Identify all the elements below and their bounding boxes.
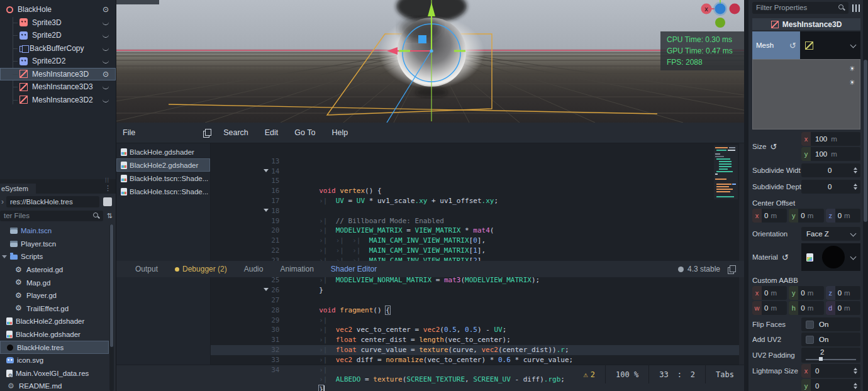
file-list-item[interactable]: BlackHole2.gdshader [0,315,109,328]
spinner-arrows-icon[interactable] [854,184,857,190]
scene-tree-row[interactable]: MeshInstance3D2 [0,94,116,107]
chevron-down-icon[interactable] [850,43,855,48]
aabb-z-field[interactable]: z0m [826,286,860,300]
revert-icon[interactable]: ↺ [770,142,777,151]
visibility-toggle-icon[interactable] [101,58,111,64]
filesystem-scrollbar[interactable] [109,224,114,391]
visibility-toggle-icon[interactable] [101,97,111,103]
code-line[interactable]: 15 [211,167,744,177]
code-line[interactable]: 14 ›|UV = UV * uv1_scale.xy + uv1_offset… [211,157,744,167]
lightmap-size-x-spinner[interactable]: x 0 [801,364,860,378]
bottom-panel-tab[interactable]: Debugger (2) [175,265,227,273]
file-list-item[interactable]: TrailEffect.gd [0,302,109,316]
shader-file-item[interactable]: BlackHole.tscn::Shade... [116,172,210,185]
indent-mode[interactable]: Tabs [705,365,744,383]
code-editor[interactable]: 13 void vertex() { 14 ›|UV = UV * uv1_sc… [211,143,744,365]
warnings-counter[interactable]: ⚠ 2 [574,365,605,383]
visibility-toggle-icon[interactable] [101,70,111,79]
filter-files-input[interactable]: ter Files [0,211,103,221]
flip-faces-checkbox[interactable]: On [801,317,860,331]
aabb-w-field[interactable]: w0m [752,301,787,315]
file-list-item[interactable]: Scripts [0,250,109,263]
spinner-arrows-icon[interactable] [854,167,857,173]
file-list-item[interactable]: README.md [0,380,109,391]
menu-item[interactable]: Edit [261,128,282,137]
file-list-item[interactable]: Main.VoxelGI_data.res [0,367,109,380]
aabb-d-field[interactable]: d0m [826,301,860,315]
lightmap-size-y-spinner[interactable]: y 0 [801,379,860,391]
size-x-field[interactable]: x 100 m [801,132,860,146]
spinner-arrows-icon[interactable] [854,368,857,374]
panel-menu-icon[interactable]: ⋮ [104,184,111,192]
aabb-h-field[interactable]: h0m [789,301,823,315]
revert-icon[interactable]: ↺ [782,253,789,262]
focus-file-button[interactable] [103,197,112,206]
spinner-arrows-icon[interactable] [854,383,857,389]
bottom-panel-tab[interactable]: Output [135,265,158,273]
scrollbar-thumb[interactable] [110,224,113,347]
bottom-panel-tab[interactable]: Shader Editor [331,265,377,273]
breadcrumb-expand-icon[interactable]: › [1,197,4,206]
visibility-toggle-icon[interactable] [101,32,111,38]
inspector-scrollbar[interactable] [863,0,868,391]
scene-tree-row[interactable]: MeshInstance3D [0,68,116,81]
code-scrollbar[interactable] [739,143,744,365]
mesh-property-label-cell[interactable]: Mesh ↺ [752,31,800,59]
center-offset-z-field[interactable]: z0m [826,209,860,223]
file-list-item[interactable]: Asteroid.gd [0,263,109,277]
dock-splitter[interactable]: ⁞⁞ [0,179,116,184]
tab-filesystem[interactable]: eSystem [0,184,36,194]
center-offset-y-field[interactable]: y0m [789,209,823,223]
file-list-item[interactable]: BlackHole.tres [0,341,109,354]
bottom-panel-tab[interactable]: Animation [280,265,313,273]
menu-item[interactable]: Go To [291,128,319,137]
center-offset-x-field[interactable]: x0m [752,209,787,223]
material-resource-picker[interactable] [801,243,860,271]
revert-icon[interactable]: ↺ [789,41,796,50]
scrollbar-thumb[interactable] [864,60,867,222]
zoom-level[interactable]: 100 % [605,365,648,383]
file-list-item[interactable]: Player.tscn [0,238,109,251]
visibility-toggle-icon[interactable] [101,19,111,26]
scene-tree-row[interactable]: Sprite3D [0,16,116,30]
viewport-3d-scene[interactable]: x [116,0,744,123]
size-y-field[interactable]: y 100 m [801,147,860,161]
file-list-item[interactable]: Main.tscn [0,224,109,238]
filter-properties-input[interactable]: Filter Properties [752,2,849,14]
scene-tree-row[interactable]: MeshInstance3D3 [0,80,116,94]
add-uv2-checkbox[interactable]: On [801,333,860,346]
menu-item[interactable]: Help [328,128,352,137]
slider-handle[interactable] [819,357,823,361]
subdivide-width-spinner[interactable]: 0 [801,163,860,177]
panel-splitter[interactable] [744,0,748,391]
visibility-toggle-icon[interactable] [101,5,111,14]
shader-file-item[interactable]: BlackHole2.gdshader [116,158,210,172]
script-list-icon[interactable] [203,129,211,136]
subdivide-depth-spinner[interactable]: 0 [801,180,860,194]
file-list-item[interactable]: Player.gd [0,289,109,302]
scene-tree-row[interactable]: Sprite2D2 [0,55,116,68]
preview-light1-icon[interactable]: ☀ [847,63,857,74]
file-list-item[interactable]: icon.svg [0,354,109,367]
copy-system-info-icon[interactable] [728,265,735,273]
shader-file-item[interactable]: BlackHole.gdshader [116,145,210,158]
scene-tree-row[interactable]: BackBufferCopy [0,42,116,55]
mesh-resource-picker[interactable] [800,31,860,59]
version-info[interactable]: 4.3 stable [678,265,735,273]
menu-item[interactable]: Search [220,128,252,137]
orientation-dropdown[interactable]: Face Z [801,227,860,241]
visibility-toggle-icon[interactable] [101,84,111,90]
code-line[interactable]: 13 void vertex() { [211,146,744,157]
scene-tree-row[interactable]: Sprite2D [0,29,116,42]
viewport-3d[interactable]: x CPU Time: 0.30 ms GPU Time: 0.47 ms FP… [116,0,744,123]
file-list-item[interactable]: Map.gd [0,276,109,289]
aabb-y-field[interactable]: y0m [789,286,823,300]
visibility-toggle-icon[interactable] [101,45,111,52]
file-list-item[interactable]: BlackHole.gdshader [0,328,109,341]
code-minimap[interactable] [714,145,738,199]
aabb-x-field[interactable]: x0m [752,286,787,300]
preview-light2-icon[interactable]: ☀ [847,77,857,87]
sort-files-button[interactable]: ⇅ [103,212,116,220]
scene-tree-row[interactable]: BlackHole [0,3,116,16]
current-path[interactable]: res://BlackHole.tres [6,196,99,207]
